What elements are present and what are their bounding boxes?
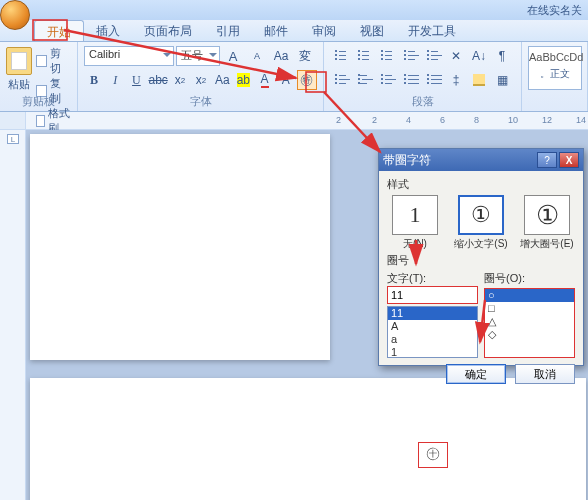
scissors-icon — [36, 55, 47, 67]
style-name: 。正文 — [529, 67, 581, 81]
align-right-button[interactable] — [376, 70, 398, 90]
style-enlarge-caption: 增大圈号(E) — [519, 237, 575, 251]
superscript-button[interactable]: x2 — [191, 70, 211, 90]
group-label-paragraph: 段落 — [324, 94, 521, 109]
list-item[interactable]: ◇ — [485, 328, 574, 341]
line-spacing-button[interactable]: ‡ — [445, 70, 467, 90]
tab-developer[interactable]: 开发工具 — [396, 20, 468, 41]
style-none-caption: 无(N) — [387, 237, 443, 251]
dialog-title: 带圈字符 — [383, 152, 535, 169]
enclose-char-button[interactable]: ㊕ — [297, 70, 317, 90]
style-normal[interactable]: AaBbCcDd 。正文 — [528, 46, 582, 90]
paste-label: 粘贴 — [6, 77, 32, 92]
align-distribute-button[interactable] — [422, 70, 444, 90]
shrink-font-button[interactable]: A — [246, 46, 268, 66]
change-case-button[interactable]: Aa — [212, 70, 232, 90]
borders-button[interactable]: ▦ — [491, 70, 513, 90]
bullets-button[interactable] — [330, 46, 352, 66]
char-border-button[interactable]: A — [276, 70, 296, 90]
office-button[interactable] — [0, 0, 30, 30]
ok-button[interactable]: 确定 — [446, 364, 506, 384]
numbering-button[interactable] — [353, 46, 375, 66]
text-input[interactable] — [387, 286, 478, 304]
horizontal-ruler[interactable]: 2 2 4 6 8 10 12 14 — [0, 112, 588, 130]
group-label-font: 字体 — [78, 94, 323, 109]
dialog-help-button[interactable]: ? — [537, 152, 557, 168]
vertical-ruler[interactable]: L — [0, 130, 26, 500]
paste-icon — [6, 47, 32, 75]
cut-button[interactable]: 剪切 — [36, 46, 71, 76]
ribbon: 粘贴 剪切 复制 格式刷 剪贴板 Calibri 五号 A A Aa 変 B I… — [0, 42, 588, 112]
list-item[interactable]: 11 — [388, 307, 477, 320]
list-item[interactable]: 1 — [388, 346, 477, 358]
italic-button[interactable]: I — [105, 70, 125, 90]
underline-button[interactable]: U — [126, 70, 146, 90]
sort-button[interactable]: A↓ — [468, 46, 490, 66]
list-item[interactable]: △ — [485, 315, 574, 328]
grow-font-button[interactable]: A — [222, 46, 244, 66]
tab-stop-mark[interactable]: L — [7, 134, 19, 144]
title-bar: 在线实名关 — [0, 0, 588, 20]
subscript-button[interactable]: x2 — [170, 70, 190, 90]
font-name-combo[interactable]: Calibri — [84, 46, 174, 66]
tab-view[interactable]: 视图 — [348, 20, 396, 41]
title-right-status: 在线实名关 — [527, 3, 582, 18]
phonetic-button[interactable]: 変 — [294, 46, 316, 66]
tab-page-layout[interactable]: 页面布局 — [132, 20, 204, 41]
shading-button[interactable] — [468, 70, 490, 90]
font-size-combo[interactable]: 五号 — [176, 46, 220, 66]
style-none[interactable]: 1 无(N) — [387, 195, 443, 251]
list-item[interactable]: A — [388, 320, 477, 333]
dialog-titlebar[interactable]: 带圈字符 ? X — [379, 149, 583, 171]
tab-insert[interactable]: 插入 — [84, 20, 132, 41]
label-style: 样式 — [387, 177, 575, 192]
style-none-preview: 1 — [392, 195, 438, 235]
tab-review[interactable]: 审阅 — [300, 20, 348, 41]
style-enlarge[interactable]: ① 增大圈号(E) — [519, 195, 575, 251]
clear-format-button[interactable]: Aa — [270, 46, 292, 66]
text-listbox[interactable]: 11 A a 1 — [387, 306, 478, 358]
font-color-button[interactable]: A — [254, 70, 274, 90]
indent-inc-button[interactable] — [422, 46, 444, 66]
style-sample: AaBbCcDd — [529, 51, 581, 63]
style-enlarge-preview: ① — [524, 195, 570, 235]
label-text: 文字(T): — [387, 271, 478, 286]
group-label-clipboard: 剪贴板 — [0, 94, 77, 109]
enclose-char-dialog: 带圈字符 ? X 样式 1 无(N) ① 缩小文字(S) ① 增大圈号(E) 圈… — [378, 148, 584, 366]
label-ring-col: 圈号(O): — [484, 271, 575, 286]
tab-mailings[interactable]: 邮件 — [252, 20, 300, 41]
inserted-enclosed-char: ㊉ — [426, 445, 440, 463]
multilevel-button[interactable] — [376, 46, 398, 66]
indent-dec-button[interactable] — [399, 46, 421, 66]
tab-references[interactable]: 引用 — [204, 20, 252, 41]
list-item[interactable]: ○ — [485, 289, 574, 302]
show-marks-button[interactable]: ¶ — [491, 46, 513, 66]
list-item[interactable]: a — [388, 333, 477, 346]
align-left-button[interactable] — [330, 70, 352, 90]
ribbon-tabs: 开始 插入 页面布局 引用 邮件 审阅 视图 开发工具 — [0, 20, 588, 42]
asian-layout-button[interactable]: ✕ — [445, 46, 467, 66]
group-font: Calibri 五号 A A Aa 変 B I U abc x2 x2 Aa a… — [78, 42, 324, 111]
group-clipboard: 粘贴 剪切 复制 格式刷 剪贴板 — [0, 42, 78, 111]
label-ring: 圈号 — [387, 253, 575, 268]
list-item[interactable]: □ — [485, 302, 574, 315]
ring-listbox[interactable]: ○ □ △ ◇ — [484, 288, 575, 358]
align-center-button[interactable] — [353, 70, 375, 90]
cancel-button[interactable]: 取消 — [515, 364, 575, 384]
page-1[interactable] — [30, 134, 330, 360]
strike-button[interactable]: abc — [147, 70, 168, 90]
group-styles: AaBbCcDd 。正文 — [522, 42, 588, 111]
dialog-close-button[interactable]: X — [559, 152, 579, 168]
group-paragraph: ✕ A↓ ¶ ‡ ▦ 段落 — [324, 42, 522, 111]
style-shrink-caption: 缩小文字(S) — [453, 237, 509, 251]
style-shrink[interactable]: ① 缩小文字(S) — [453, 195, 509, 251]
tab-home[interactable]: 开始 — [34, 20, 84, 41]
highlight-button[interactable]: ab — [233, 70, 253, 90]
page-2[interactable]: ㊉ — [30, 378, 586, 500]
align-justify-button[interactable] — [399, 70, 421, 90]
bold-button[interactable]: B — [84, 70, 104, 90]
style-shrink-preview: ① — [458, 195, 504, 235]
